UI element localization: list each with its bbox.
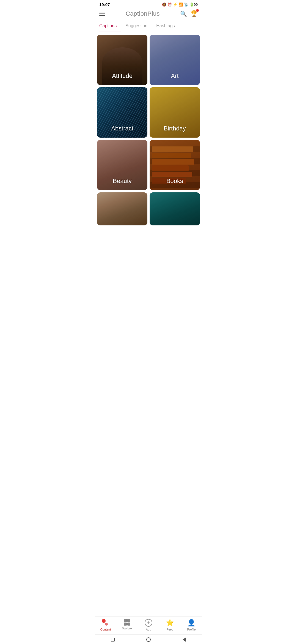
- trophy-button[interactable]: 🏆: [190, 10, 198, 17]
- battery-icon: 🔋99: [189, 2, 198, 7]
- hamburger-menu[interactable]: [99, 12, 105, 16]
- card-attitude[interactable]: Attitude: [97, 35, 147, 85]
- header: CaptionPlus 🔍 🏆: [95, 8, 202, 21]
- tabs-bar: Captions Suggestion Hashtags: [95, 21, 202, 31]
- trophy-badge: [196, 9, 199, 12]
- category-grid: Attitude Art Abstract Birthday Beauty: [95, 34, 202, 227]
- card-teal[interactable]: [150, 192, 200, 225]
- tab-hashtags[interactable]: Hashtags: [156, 21, 179, 31]
- bluetooth-icon: ⚡: [173, 2, 177, 7]
- card-beauty[interactable]: Beauty: [97, 140, 147, 190]
- tab-suggestion[interactable]: Suggestion: [125, 21, 152, 31]
- status-icons: 🔕 ⏰ ⚡ 📶 📡 🔋99: [162, 2, 198, 7]
- search-icon[interactable]: 🔍: [180, 10, 187, 17]
- card-birthday[interactable]: Birthday: [150, 87, 200, 138]
- header-actions: 🔍 🏆: [180, 10, 198, 17]
- status-bar: 19:07 🔕 ⏰ ⚡ 📶 📡 🔋99: [95, 0, 202, 8]
- card-art[interactable]: Art: [150, 35, 200, 85]
- wifi-icon: 📡: [184, 2, 188, 7]
- app-title: CaptionPlus: [126, 10, 160, 17]
- alarm-icon: ⏰: [167, 2, 172, 7]
- card-books[interactable]: Books: [150, 140, 200, 190]
- silent-icon: 🔕: [162, 2, 166, 7]
- card-abstract[interactable]: Abstract: [97, 87, 147, 138]
- signal-icon: 📶: [178, 2, 183, 7]
- card-boy[interactable]: [97, 192, 147, 225]
- status-time: 19:07: [99, 2, 110, 7]
- tab-captions[interactable]: Captions: [99, 21, 121, 31]
